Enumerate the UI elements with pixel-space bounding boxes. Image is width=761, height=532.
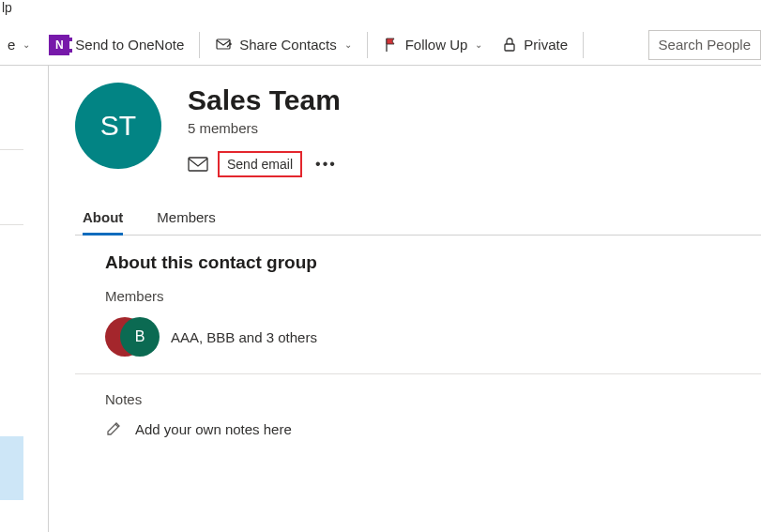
about-panel-title: About this contact group: [105, 252, 735, 273]
notes-input[interactable]: Add your own notes here: [105, 420, 735, 437]
share-contacts-button[interactable]: Share Contacts ⌄: [207, 28, 358, 62]
notes-placeholder: Add your own notes here: [135, 421, 292, 437]
ribbon-divider: [583, 32, 584, 58]
chevron-down-icon: ⌄: [475, 39, 482, 50]
search-people-input[interactable]: Search People: [648, 30, 761, 60]
notes-panel: Notes Add your own notes here: [75, 374, 761, 454]
svg-rect-2: [189, 158, 207, 171]
onenote-icon: N: [49, 35, 69, 55]
members-summary-text: AAA, BBB and 3 others: [171, 329, 317, 345]
group-tabs: About Members: [75, 204, 761, 236]
left-rail: [0, 66, 49, 532]
follow-up-button[interactable]: Follow Up ⌄: [375, 28, 491, 62]
group-header: ST Sales Team 5 members Send email •••: [75, 83, 761, 177]
rail-item[interactable]: [0, 169, 23, 225]
menu-fragment: lp: [0, 0, 12, 15]
tab-members[interactable]: Members: [157, 204, 216, 235]
notes-label: Notes: [105, 391, 735, 407]
mail-icon: [188, 156, 208, 173]
about-members-label: Members: [105, 288, 735, 304]
ribbon-divider: [199, 32, 200, 58]
chevron-down-icon: ⌄: [23, 39, 30, 50]
member-avatar: B: [120, 317, 160, 357]
share-contacts-icon: [215, 36, 234, 54]
svg-rect-0: [217, 39, 230, 49]
flag-icon: [383, 37, 400, 53]
group-avatar: ST: [75, 83, 161, 169]
rail-item-selected[interactable]: [0, 436, 23, 500]
tab-about[interactable]: About: [83, 204, 123, 235]
rail-item[interactable]: [0, 225, 23, 281]
about-panel: About this contact group Members B AAA, …: [75, 236, 761, 374]
send-to-onenote-button[interactable]: N Send to OneNote: [41, 28, 191, 62]
lock-icon: [501, 37, 518, 53]
group-title: Sales Team: [188, 84, 341, 116]
ribbon-dropdown-fragment[interactable]: e ⌄: [0, 28, 38, 62]
chevron-down-icon: ⌄: [344, 39, 352, 50]
members-summary[interactable]: B AAA, BBB and 3 others: [105, 317, 735, 357]
send-email-button[interactable]: Send email: [218, 151, 302, 177]
group-member-count: 5 members: [188, 120, 341, 136]
ribbon-toolbar: e ⌄ N Send to OneNote Share Contacts ⌄ F…: [0, 24, 761, 66]
pencil-icon: [105, 420, 122, 437]
ribbon-divider: [367, 32, 368, 58]
more-actions-button[interactable]: •••: [312, 152, 341, 176]
svg-rect-1: [505, 44, 514, 51]
rail-item[interactable]: [0, 94, 23, 150]
member-avatar-stack: B: [105, 317, 158, 357]
private-button[interactable]: Private: [494, 28, 575, 62]
contact-group-detail: ST Sales Team 5 members Send email ••• A…: [49, 83, 761, 454]
